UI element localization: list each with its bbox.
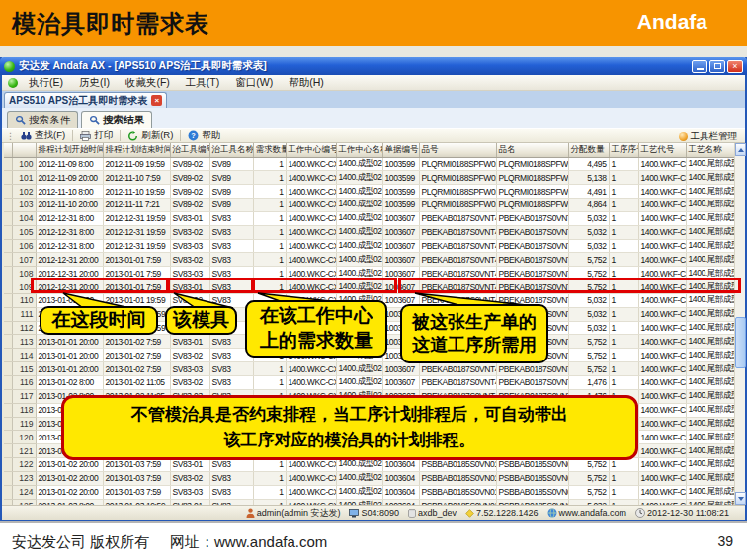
cell: 2012-11-09 19:59 bbox=[103, 157, 170, 171]
document-tab[interactable]: APS510 APS治工具即时需求表 × bbox=[4, 92, 167, 108]
row-gutter[interactable] bbox=[4, 293, 12, 307]
row-gutter[interactable] bbox=[4, 431, 12, 444]
table-row[interactable]: 1002012-11-09 8:002012-11-09 19:59SV89-0… bbox=[4, 157, 734, 171]
column-header[interactable]: 品名 bbox=[496, 143, 568, 157]
cell: 1 bbox=[609, 199, 638, 212]
print-button[interactable]: 打印 bbox=[75, 129, 118, 142]
row-gutter[interactable] bbox=[4, 280, 12, 294]
row-gutter[interactable] bbox=[4, 157, 12, 171]
help-button[interactable]: ? 帮助 bbox=[183, 129, 225, 142]
row-gutter[interactable] bbox=[4, 253, 12, 267]
column-header[interactable]: 品号 bbox=[419, 143, 496, 157]
cell: 1003599 bbox=[382, 185, 419, 199]
row-gutter[interactable] bbox=[4, 376, 12, 390]
row-gutter[interactable] bbox=[4, 349, 12, 362]
table-row[interactable]: 1232013-01-02 20:002013-01-03 7:59SV83-0… bbox=[4, 471, 734, 485]
header-rownum bbox=[12, 143, 36, 157]
column-header[interactable]: 工作中心名称 bbox=[336, 143, 382, 157]
row-gutter[interactable] bbox=[4, 239, 12, 253]
table-row[interactable]: 1022012-11-10 8:002012-11-10 19:59SV89-0… bbox=[4, 185, 734, 199]
table-row[interactable]: 1032012-11-10 20:002012-11-11 7:21SV89-0… bbox=[4, 199, 734, 212]
menu-item[interactable]: 历史(I) bbox=[71, 76, 118, 90]
menu-item[interactable]: 执行(E) bbox=[21, 76, 71, 90]
column-header[interactable]: 单据编号 bbox=[382, 143, 419, 157]
row-gutter[interactable] bbox=[4, 417, 12, 431]
table-row[interactable]: 1062012-12-31 8:002012-12-31 19:59SV83-0… bbox=[4, 239, 734, 253]
cell: 1400.WKF-CX2 bbox=[638, 458, 686, 472]
document-tab-bar: APS510 APS治工具即时需求表 × bbox=[2, 91, 745, 108]
find-button[interactable]: 查找(F) bbox=[16, 129, 70, 142]
row-gutter[interactable] bbox=[4, 321, 12, 335]
scroll-up-button[interactable] bbox=[735, 143, 746, 156]
row-gutter[interactable] bbox=[4, 403, 12, 417]
column-header[interactable]: 排程计划结束时间 bbox=[103, 143, 170, 157]
row-gutter[interactable] bbox=[4, 389, 12, 403]
window-titlebar[interactable]: 安达发 Andafa AX - [APS510 APS治工具即时需求表] × bbox=[0, 57, 747, 75]
cell: 1400.WKC-CX02 bbox=[286, 362, 336, 376]
column-header[interactable]: 工作中心编号 bbox=[286, 143, 336, 157]
minimize-button[interactable] bbox=[692, 60, 707, 73]
menu-item[interactable]: 收藏夹(F) bbox=[118, 76, 178, 90]
table-row[interactable]: 1012012-11-09 20:002012-11-10 7:59SV89-0… bbox=[4, 171, 734, 185]
scrollbar-thumb[interactable] bbox=[735, 317, 746, 368]
cell: 2013-01-02 8:00 bbox=[36, 376, 103, 390]
row-gutter[interactable] bbox=[4, 362, 12, 376]
toolbar-separator bbox=[180, 130, 181, 141]
cell: 2012-11-10 19:59 bbox=[103, 185, 170, 199]
tab-close-icon[interactable]: × bbox=[151, 95, 162, 106]
refresh-button[interactable]: 刷新(R) bbox=[123, 129, 178, 142]
cell: 5,752 bbox=[568, 471, 609, 485]
row-gutter[interactable] bbox=[4, 307, 12, 321]
highlight-box-workcenter bbox=[252, 278, 397, 293]
column-header[interactable]: 工艺名称 bbox=[686, 143, 734, 157]
tab-search-results[interactable]: 搜索结果 bbox=[81, 111, 152, 128]
toolbar-manage-button[interactable]: 工具栏管理 bbox=[679, 130, 738, 143]
row-gutter[interactable] bbox=[4, 211, 12, 225]
monitor-icon bbox=[349, 509, 359, 518]
table-row[interactable]: 1072012-12-31 20:002013-01-01 7:59SV83-0… bbox=[4, 253, 734, 267]
row-number: 120 bbox=[12, 431, 36, 444]
row-gutter[interactable] bbox=[4, 225, 12, 239]
search-tab-bar: 搜索条件 搜索结果 bbox=[2, 108, 745, 128]
row-gutter[interactable] bbox=[4, 471, 12, 485]
column-header[interactable]: 治工具名称 bbox=[209, 143, 253, 157]
table-row[interactable]: 1042012-12-31 8:002012-12-31 19:59SV83-0… bbox=[4, 211, 734, 225]
status-website[interactable]: www.andafa.com bbox=[547, 508, 627, 518]
close-button[interactable]: × bbox=[727, 60, 743, 73]
cell: 2012-12-31 8:00 bbox=[36, 239, 103, 253]
status-database-label: axdb_dev bbox=[418, 508, 456, 518]
row-gutter[interactable] bbox=[4, 335, 12, 349]
menu-item[interactable]: 工具(T) bbox=[178, 76, 227, 90]
row-gutter[interactable] bbox=[4, 267, 12, 280]
column-header[interactable]: 工序序号 bbox=[609, 143, 638, 157]
cell: SV83 bbox=[209, 485, 253, 499]
table-row[interactable]: 1162013-01-02 8:002013-01-02 11:05SV83-0… bbox=[4, 376, 734, 390]
row-gutter[interactable] bbox=[4, 199, 12, 212]
column-header[interactable]: 治工具编号 bbox=[170, 143, 209, 157]
row-gutter[interactable] bbox=[4, 171, 12, 185]
cell: 1 bbox=[609, 225, 638, 239]
scroll-down-button[interactable] bbox=[735, 492, 746, 505]
restore-button[interactable] bbox=[709, 60, 725, 73]
column-header[interactable]: 分配数量 bbox=[568, 143, 609, 157]
callout-order-line1: 被这张生产单的 bbox=[412, 311, 537, 334]
table-row[interactable]: 1242013-01-02 20:002013-01-03 7:59SV83-0… bbox=[4, 485, 734, 499]
cell: 2012-11-09 20:00 bbox=[36, 171, 103, 185]
table-row[interactable]: 1152013-01-01 20:002013-01-02 7:59SV83-0… bbox=[4, 362, 734, 376]
cell: PBEKAB0187S0VNT4002 bbox=[419, 239, 496, 253]
column-header[interactable]: 工艺代号 bbox=[638, 143, 686, 157]
cell: SV83-02 bbox=[170, 471, 209, 485]
tab-search-conditions[interactable]: 搜索条件 bbox=[7, 111, 78, 128]
row-gutter[interactable] bbox=[4, 485, 12, 499]
row-gutter[interactable] bbox=[4, 458, 12, 472]
cell: 1 bbox=[609, 253, 638, 267]
menu-item[interactable]: 窗口(W) bbox=[227, 76, 281, 90]
table-row[interactable]: 1052012-12-31 8:002012-12-31 19:59SV83-0… bbox=[4, 225, 734, 239]
cell: SV83 bbox=[209, 376, 253, 390]
row-gutter[interactable] bbox=[4, 185, 12, 199]
row-gutter[interactable] bbox=[4, 444, 12, 458]
menu-item[interactable]: 帮助(H) bbox=[281, 76, 332, 90]
vertical-scrollbar[interactable] bbox=[734, 143, 745, 505]
column-header[interactable]: 需求数量 bbox=[253, 143, 286, 157]
column-header[interactable]: 排程计划开始时间 bbox=[36, 143, 103, 157]
